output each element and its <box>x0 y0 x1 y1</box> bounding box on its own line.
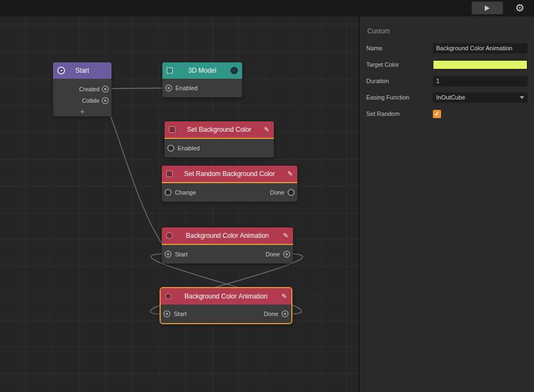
node-set-background-color[interactable]: Set Background Color ✎ Enabled <box>165 121 274 157</box>
easing-function-select[interactable]: InOutCube <box>433 92 527 103</box>
node-set-background-color-header[interactable]: Set Background Color ✎ <box>165 121 274 138</box>
entity-header-port[interactable] <box>231 67 238 74</box>
field-row-duration: Duration <box>360 73 534 89</box>
chevron-down-icon <box>520 96 524 99</box>
settings-gear-button[interactable]: ⚙ <box>513 1 527 15</box>
name-input[interactable] <box>433 43 527 54</box>
input-port-enabled[interactable] <box>165 85 172 92</box>
name-label: Name <box>366 45 433 51</box>
gear-icon: ⚙ <box>515 1 524 15</box>
play-button[interactable] <box>472 2 503 14</box>
port-row-start-done: Start Done <box>162 245 293 264</box>
port-row-enabled: Enabled <box>165 139 274 157</box>
edit-pencil-icon[interactable]: ✎ <box>281 293 287 300</box>
cube-icon <box>167 68 173 74</box>
animation-icon <box>166 232 173 239</box>
input-port-start[interactable] <box>165 251 172 258</box>
edit-pencil-icon[interactable]: ✎ <box>287 171 293 177</box>
play-circle-icon <box>57 67 65 74</box>
node-title: Set Random Background Color <box>162 166 297 182</box>
checkmark-icon: ✓ <box>435 110 439 118</box>
inspector-title: Custom <box>360 27 534 35</box>
inspector-panel: Custom Name Target Color Duration Easing… <box>359 16 534 392</box>
node-background-color-animation-2-header[interactable]: Background Color Animation ✎ <box>161 288 291 305</box>
field-row-easing: Easing Function InOutCube <box>360 89 534 106</box>
node-3d-model[interactable]: 3D Model Enabled <box>162 62 242 97</box>
wire-collide-to-animation-start[interactable] <box>104 100 169 254</box>
port-label-created: Created <box>79 86 99 92</box>
edit-pencil-icon[interactable]: ✎ <box>283 232 289 239</box>
output-port-done[interactable] <box>287 189 295 196</box>
set-random-checkbox[interactable]: ✓ <box>433 110 441 118</box>
port-row-change-done: Change Done <box>162 183 297 202</box>
node-set-random-background-color[interactable]: Set Random Background Color ✎ Change Don… <box>162 166 297 202</box>
port-label-collide: Collide <box>82 97 99 104</box>
port-row-start-done: Start Done <box>161 305 291 323</box>
add-output-button[interactable]: + <box>53 106 112 116</box>
output-port-collide[interactable] <box>102 97 109 104</box>
output-port-created[interactable] <box>102 85 109 92</box>
node-start-header[interactable]: Start <box>53 62 112 79</box>
duration-input[interactable] <box>433 76 527 86</box>
visual-script-editor: { "colors": { "purple_header": "#6a5b9e"… <box>0 0 534 392</box>
duration-label: Duration <box>366 78 433 84</box>
animation-icon <box>165 293 172 300</box>
target-color-label: Target Color <box>366 61 433 68</box>
port-row-collide: Collide <box>53 95 112 106</box>
node-title: Background Color Animation <box>161 288 291 305</box>
node-background-color-animation-2[interactable]: Background Color Animation ✎ Start Done <box>160 287 292 324</box>
node-start[interactable]: Start Created Collide + <box>53 62 112 116</box>
wire-created-to-enabled[interactable] <box>104 88 169 89</box>
node-body: Created Collide + <box>53 79 112 116</box>
set-random-label: Set Random <box>366 110 433 117</box>
play-icon <box>485 5 490 11</box>
field-row-name: Name <box>360 40 534 56</box>
input-port-start[interactable] <box>163 311 171 318</box>
easing-function-label: Easing Function <box>366 94 433 101</box>
input-port-change[interactable] <box>165 189 172 196</box>
edit-pencil-icon[interactable]: ✎ <box>264 126 269 133</box>
easing-function-value: InOutCube <box>436 94 465 101</box>
port-row-created: Created <box>53 83 112 95</box>
graph-canvas[interactable]: Start Created Collide + 3D Model Enabled <box>0 16 359 392</box>
set-color-icon <box>169 126 175 133</box>
node-background-color-animation-1-header[interactable]: Background Color Animation ✎ <box>162 227 293 244</box>
input-port-enabled[interactable] <box>167 145 174 152</box>
top-toolbar: ⚙ <box>0 0 534 16</box>
field-row-set-random: Set Random ✓ <box>360 106 534 122</box>
node-set-random-background-color-header[interactable]: Set Random Background Color ✎ <box>162 166 297 182</box>
field-row-target-color: Target Color <box>360 56 534 73</box>
node-3d-model-header[interactable]: 3D Model <box>162 62 242 79</box>
target-color-swatch[interactable] <box>433 60 527 69</box>
output-port-done[interactable] <box>283 251 290 258</box>
random-color-icon <box>166 171 173 177</box>
port-row-enabled: Enabled <box>162 79 242 97</box>
node-background-color-animation-1[interactable]: Background Color Animation ✎ Start Done <box>162 227 293 264</box>
node-title: Set Background Color <box>165 121 274 138</box>
output-port-done[interactable] <box>281 311 289 318</box>
node-title: Background Color Animation <box>162 227 293 244</box>
